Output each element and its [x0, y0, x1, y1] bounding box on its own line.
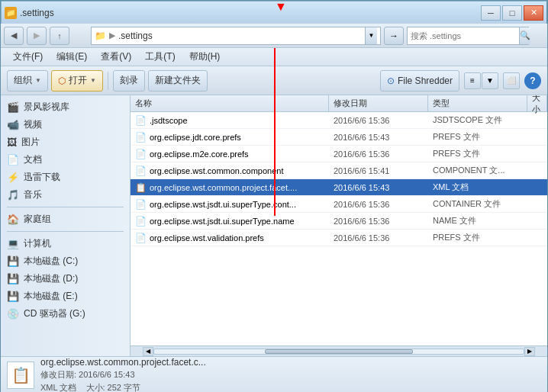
- status-detail-1: 修改日期: 2016/6/6 15:43: [40, 369, 206, 381]
- documents-icon: 📄: [7, 154, 19, 165]
- file-name-cell: 📄org.eclipse.wst.jsdt.ui.superType.name: [131, 216, 329, 227]
- go-button[interactable]: →: [384, 27, 404, 45]
- file-date-cell: 2016/6/6 15:36: [329, 149, 428, 159]
- window-icon: 📁: [5, 7, 17, 19]
- sidebar-item-homegroup[interactable]: 🏠 家庭组: [1, 210, 130, 228]
- view-dropdown[interactable]: ▼: [482, 72, 498, 89]
- layout-button[interactable]: ⬜: [503, 72, 520, 89]
- file-name-cell: 📄org.eclipse.wst.validation.prefs: [131, 233, 329, 243]
- help-button[interactable]: ?: [524, 72, 541, 89]
- menu-edit[interactable]: 编辑(E): [50, 49, 93, 65]
- file-type-cell: XML 文档: [428, 182, 527, 193]
- file-type-cell: CONTAINER 文件: [428, 198, 527, 210]
- file-row[interactable]: 📋org.eclipse.wst.common.project.facet...…: [131, 179, 547, 196]
- col-header-type[interactable]: 类型: [428, 95, 527, 111]
- file-row[interactable]: 📄org.eclipse.wst.common.component2016/6/…: [131, 162, 547, 179]
- sidebar-item-media[interactable]: 🎬 景风影视库: [1, 98, 130, 116]
- scroll-track[interactable]: [153, 349, 524, 355]
- drive-c-icon: 💾: [7, 255, 19, 267]
- address-text: .settings: [118, 31, 362, 41]
- maximize-button[interactable]: □: [502, 5, 522, 21]
- sidebar-item-video-label: 视频: [24, 118, 42, 131]
- folder-icon: 📁: [95, 31, 106, 41]
- sidebar-item-music[interactable]: 🎵 音乐: [1, 186, 130, 204]
- close-button[interactable]: ✕: [524, 5, 543, 21]
- file-name-cell: 📄org.eclipse.wst.common.component: [131, 165, 329, 176]
- minimize-button[interactable]: ─: [481, 5, 501, 21]
- title-bar: 📁 .settings ─ □ ✕: [1, 1, 547, 24]
- back-button[interactable]: ◀: [4, 27, 24, 45]
- up-button[interactable]: ↑: [50, 27, 69, 45]
- sidebar-item-downloads[interactable]: ⚡ 迅雷下载: [1, 169, 130, 186]
- file-icon: 📄: [135, 149, 147, 159]
- navigation-bar: ◀ ▶ ↑ 📁 ▶ .settings ▼ → 🔍: [1, 24, 547, 48]
- sidebar-item-drive-c[interactable]: 💾 本地磁盘 (C:): [1, 252, 130, 270]
- menu-file[interactable]: 文件(F): [7, 49, 49, 65]
- file-row[interactable]: 📄org.eclipse.wst.jsdt.ui.superType.cont.…: [131, 196, 547, 213]
- file-row[interactable]: 📄org.eclipse.wst.jsdt.ui.superType.name2…: [131, 213, 547, 230]
- file-type-cell: PREFS 文件: [428, 232, 527, 243]
- address-bar[interactable]: 📁 ▶ .settings ▼: [91, 27, 381, 45]
- new-folder-button[interactable]: 新建文件夹: [148, 70, 208, 92]
- status-icon-glyph: 📋: [11, 366, 31, 384]
- organize-arrow: ▼: [35, 77, 41, 84]
- col-header-date[interactable]: 修改日期: [329, 95, 428, 111]
- address-dropdown[interactable]: ▼: [365, 27, 377, 44]
- col-header-name[interactable]: 名称: [131, 95, 329, 111]
- computer-icon: 💻: [7, 238, 19, 249]
- file-shredder-label: File Shredder: [398, 76, 453, 86]
- file-date-cell: 2016/6/6 15:36: [329, 116, 428, 125]
- sidebar-item-documents[interactable]: 📄 文档: [1, 151, 130, 169]
- menu-view[interactable]: 查看(V): [95, 49, 137, 65]
- file-rows: 📄.jsdtscope2016/6/6 15:36JSDTSCOPE 文件📄or…: [131, 112, 547, 345]
- scroll-left-button[interactable]: ◀: [143, 347, 153, 356]
- status-file-icon: 📋: [7, 361, 34, 389]
- sidebar-item-music-label: 音乐: [24, 188, 42, 201]
- file-type-cell: COMPONENT 文...: [428, 165, 527, 176]
- search-input[interactable]: [411, 31, 516, 40]
- search-box[interactable]: 🔍: [407, 27, 529, 45]
- file-date-cell: 2016/6/6 15:36: [329, 233, 428, 243]
- red-arrow-indicator: ▼: [275, 1, 287, 13]
- sidebar-item-pictures[interactable]: 🖼 图片: [1, 133, 130, 151]
- file-icon: 📄: [135, 115, 147, 126]
- new-folder-label: 新建文件夹: [155, 74, 201, 87]
- menu-tools[interactable]: 工具(T): [139, 49, 181, 65]
- file-icon: 📄: [135, 165, 147, 176]
- horizontal-scrollbar[interactable]: ◀ ▶: [131, 345, 547, 356]
- file-type-cell: NAME 文件: [428, 215, 527, 227]
- forward-button[interactable]: ▶: [27, 27, 47, 45]
- organize-button[interactable]: 组织 ▼: [7, 70, 48, 92]
- scroll-thumb[interactable]: [265, 349, 413, 354]
- status-date: 修改日期: 2016/6/6 15:43: [40, 370, 135, 379]
- sidebar-item-drive-d-label: 本地磁盘 (D:): [24, 272, 78, 285]
- file-name-cell: 📄org.eclipse.wst.jsdt.ui.superType.cont.…: [131, 199, 329, 210]
- sidebar-item-computer[interactable]: 💻 计算机: [1, 235, 130, 252]
- view-buttons: ≡ ▼: [464, 72, 498, 89]
- red-line-indicator: [274, 48, 276, 216]
- file-shredder-button[interactable]: ⊙ File Shredder: [380, 70, 459, 92]
- file-row[interactable]: 📄.jsdtscope2016/6/6 15:36JSDTSCOPE 文件: [131, 112, 547, 129]
- menu-help[interactable]: 帮助(H): [183, 49, 227, 65]
- window-title: .settings: [20, 8, 54, 18]
- sidebar-item-drive-e[interactable]: 💾 本地磁盘 (E:): [1, 288, 130, 305]
- file-row[interactable]: 📄org.eclipse.wst.validation.prefs2016/6/…: [131, 230, 547, 246]
- sidebar-item-pictures-label: 图片: [21, 136, 40, 149]
- media-icon: 🎬: [7, 101, 19, 113]
- file-name-cell: 📄org.eclipse.jdt.core.prefs: [131, 132, 329, 143]
- sidebar-item-drive-d[interactable]: 💾 本地磁盘 (D:): [1, 270, 130, 288]
- view-button-1[interactable]: ≡: [464, 72, 481, 89]
- sidebar-item-drive-g[interactable]: 💿 CD 驱动器 (G:): [1, 305, 130, 323]
- col-header-size[interactable]: 大小: [527, 95, 547, 111]
- sidebar-separator-1: [7, 207, 124, 207]
- sidebar-item-drive-g-label: CD 驱动器 (G:): [24, 307, 85, 320]
- scroll-right-button[interactable]: ▶: [524, 347, 535, 356]
- open-button[interactable]: ⬡ 打开 ▼: [51, 70, 103, 92]
- drive-e-icon: 💾: [7, 291, 19, 302]
- file-row[interactable]: 📄org.eclipse.m2e.core.prefs2016/6/6 15:3…: [131, 146, 547, 162]
- sidebar-separator-2: [7, 231, 124, 232]
- sidebar-item-video[interactable]: 📹 视频: [1, 116, 130, 133]
- file-row[interactable]: 📄org.eclipse.jdt.core.prefs2016/6/6 15:4…: [131, 129, 547, 146]
- burn-button[interactable]: 刻录: [113, 70, 145, 92]
- search-button[interactable]: 🔍: [519, 27, 530, 44]
